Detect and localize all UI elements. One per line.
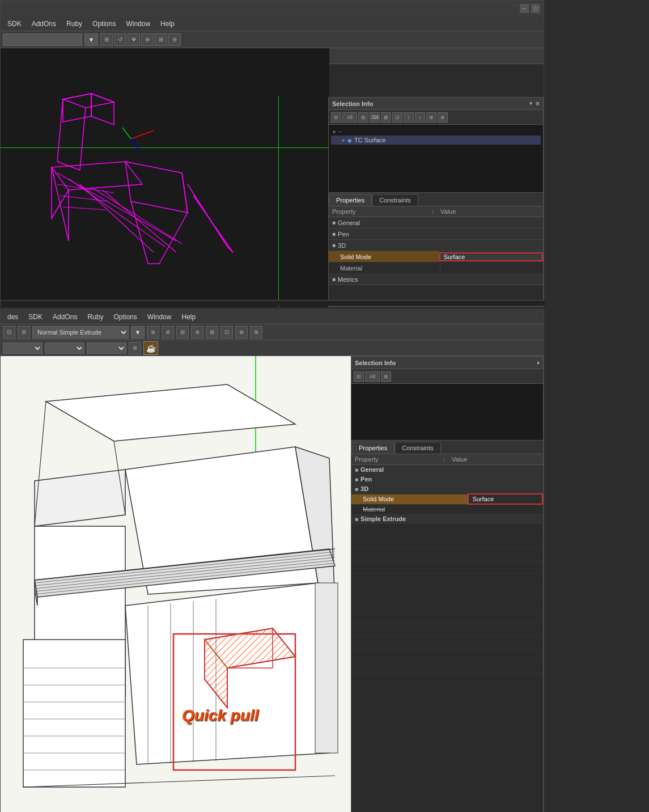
bottom-select3[interactable]	[87, 342, 126, 354]
minimize-button[interactable]: –	[520, 4, 529, 13]
bottom-select1[interactable]	[3, 342, 43, 354]
b-icon6[interactable]: ⊡	[220, 326, 233, 339]
bottom-toolbar2-icon[interactable]: ⊕	[129, 342, 141, 354]
menu-addons-b[interactable]: AddOns	[48, 312, 82, 322]
solid-mode-row-bottom[interactable]: Solid Mode Surface	[351, 494, 542, 504]
svg-marker-31	[35, 470, 125, 526]
icon-magnet[interactable]: ⊕	[168, 33, 181, 46]
sel-icon-filter[interactable]: ⊟	[331, 112, 341, 122]
tree-arrow-2: ▸	[342, 137, 345, 143]
toolbar-arrow-btn[interactable]: ▼	[84, 33, 98, 46]
model-3d-bottom	[1, 356, 356, 812]
pin-icon-bottom[interactable]: ♦	[537, 360, 540, 366]
sel-icon-sort[interactable]: ↕	[415, 112, 425, 122]
empty-row-1	[351, 523, 542, 536]
material-row-bottom[interactable]: Material	[351, 504, 542, 514]
menu-help[interactable]: Help	[156, 19, 179, 29]
pen-label: Pen	[338, 231, 349, 238]
sel-icon-grid2-b[interactable]: ⊞	[381, 371, 391, 382]
top-window: – □ SDK AddOns Ruby Options Window Help …	[0, 0, 544, 306]
menu-addons[interactable]: AddOns	[27, 19, 61, 29]
tab-constraints-bottom[interactable]: Constraints	[395, 442, 441, 454]
b-icon8[interactable]: ⊗	[250, 326, 262, 339]
top-viewport[interactable]	[1, 48, 329, 307]
sel-icon-all[interactable]: All	[342, 112, 357, 122]
expand-metrics[interactable]: ■	[332, 276, 336, 282]
b-icon1[interactable]: ⊕	[147, 326, 159, 339]
icon-snap[interactable]: ⊞	[155, 33, 167, 46]
menu-ruby-b[interactable]: Ruby	[83, 312, 108, 322]
maximize-button[interactable]: □	[531, 4, 540, 13]
svg-rect-64	[315, 583, 338, 753]
tab-properties-top[interactable]: Properties	[329, 194, 372, 206]
empty-row-11	[351, 648, 542, 661]
tree-item-tcsurface[interactable]: ▸ ◆ TC Surface	[331, 136, 541, 145]
menu-options[interactable]: Options	[88, 19, 120, 29]
sel-panel-header-top: Selection Info ♦ ×	[329, 98, 543, 110]
pen-label-b: Pen	[360, 476, 372, 483]
b-icon4[interactable]: ⊕	[191, 326, 203, 339]
svg-line-18	[63, 207, 105, 210]
empty-row-8	[351, 611, 542, 623]
tab-constraints-top[interactable]: Constraints	[372, 194, 418, 206]
solid-mode-val-bottom[interactable]: Surface	[468, 494, 542, 504]
bottom-tool-icon1[interactable]: ⊟	[3, 326, 15, 339]
menu-sdk[interactable]: SDK	[3, 19, 26, 29]
sel-icon-grid2[interactable]: ⊞	[358, 112, 368, 122]
sel-icon-info[interactable]: !	[404, 112, 414, 122]
close-icon-top[interactable]: ×	[536, 100, 540, 108]
material-val-bottom[interactable]	[468, 504, 542, 514]
expand-general[interactable]: ■	[332, 219, 336, 226]
svg-marker-3	[63, 94, 114, 108]
expand-general-b[interactable]: ■	[355, 467, 358, 473]
expand-pen-b[interactable]: ■	[355, 476, 358, 483]
expand-3d[interactable]: ■	[332, 242, 336, 248]
material-row-top[interactable]: Material	[329, 263, 543, 274]
menu-ruby[interactable]: Ruby	[62, 19, 87, 29]
sel-icon-box[interactable]: ⊠	[381, 112, 391, 122]
svg-marker-19	[125, 162, 188, 213]
bottom-viewport[interactable]: Quick pull	[1, 356, 356, 812]
sel-icon-plus[interactable]: ⊕	[426, 112, 436, 122]
icon-grid[interactable]: ⊞	[100, 33, 113, 46]
menu-help-b[interactable]: Help	[177, 312, 200, 322]
expand-extrude-b[interactable]: ■	[355, 516, 358, 522]
sel-icon-table[interactable]: ⊡	[392, 112, 402, 122]
pin-icon-top[interactable]: ♦	[529, 100, 532, 108]
solid-mode-val-top[interactable]: Surface	[439, 252, 544, 261]
icon-move[interactable]: ✥	[128, 33, 140, 46]
col-sort-bottom[interactable]: ↑	[443, 456, 452, 463]
toolbar-input-1[interactable]	[3, 33, 82, 46]
extrude-mode-select[interactable]: Normal Simple Extrude	[32, 326, 129, 339]
extrude-dropdown-btn[interactable]: ▼	[131, 326, 145, 339]
svg-line-20	[182, 173, 188, 213]
sel-panel-title-bottom: Selection Info	[355, 360, 396, 366]
menu-window[interactable]: Window	[121, 19, 155, 29]
coffee-button-bottom[interactable]: ☕	[143, 341, 158, 355]
svg-marker-5	[91, 94, 114, 125]
menu-sdk-b[interactable]: SDK	[24, 312, 47, 322]
sel-icon-all-b[interactable]: All	[365, 371, 380, 382]
menu-options-b[interactable]: Options	[109, 312, 141, 322]
expand-3d-b[interactable]: ■	[355, 486, 358, 492]
b-icon5[interactable]: ⊠	[206, 326, 218, 339]
bottom-select2[interactable]	[45, 342, 84, 354]
b-icon2[interactable]: ⊗	[162, 326, 174, 339]
b-icon7[interactable]: ⊕	[235, 326, 248, 339]
icon-scale[interactable]: ⊕	[141, 33, 154, 46]
b-icon3[interactable]: ⊞	[176, 326, 189, 339]
col-sort-top[interactable]: ↑	[431, 208, 440, 215]
icon-rotate[interactable]: ↺	[114, 33, 126, 46]
sel-icon-filter-b[interactable]: ⊟	[354, 371, 364, 382]
svg-line-17	[60, 196, 108, 201]
solid-mode-row-top[interactable]: Solid Mode Surface	[329, 251, 543, 263]
expand-pen[interactable]: ■	[332, 231, 336, 237]
menu-window-b[interactable]: Window	[143, 312, 176, 322]
tab-properties-bottom[interactable]: Properties	[351, 442, 395, 454]
sel-icon-x[interactable]: ⊗	[438, 112, 448, 122]
bottom-tool-icon2[interactable]: ⊞	[18, 326, 30, 339]
sel-icon-kb[interactable]: ⌨	[370, 112, 380, 122]
svg-line-14	[91, 187, 182, 244]
menu-des[interactable]: des	[3, 312, 23, 322]
top-menubar: SDK AddOns Ruby Options Window Help	[1, 16, 544, 31]
